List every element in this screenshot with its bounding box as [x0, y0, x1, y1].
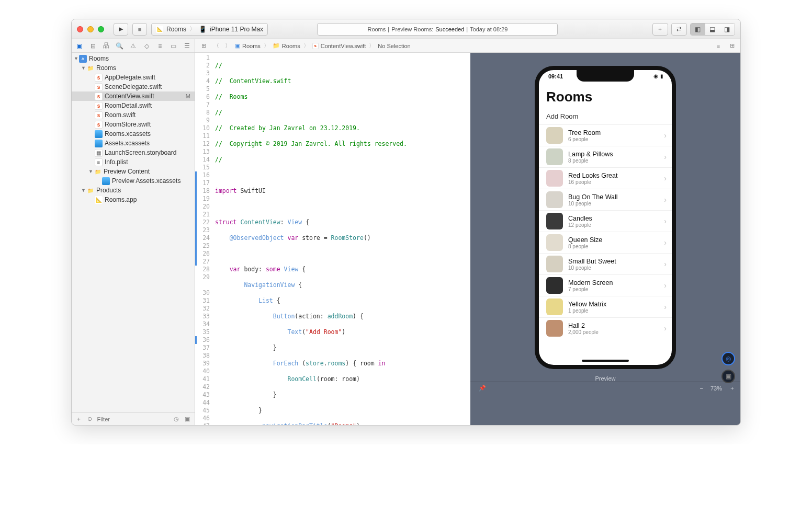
- symbol-navigator-tab[interactable]: 品: [100, 41, 112, 51]
- chevron-right-icon: ›: [664, 238, 667, 247]
- pin-preview-icon[interactable]: 📌: [479, 385, 486, 392]
- zoom-in[interactable]: ＋: [729, 384, 735, 392]
- change-bar: [195, 336, 197, 344]
- project-navigator-tab[interactable]: ▣: [74, 41, 85, 51]
- status-action: Preview Rooms:: [391, 26, 433, 32]
- issue-navigator-tab[interactable]: ⚠: [128, 41, 139, 51]
- editor-options-icon[interactable]: ≡: [713, 41, 724, 51]
- file-room[interactable]: sRoom.swift: [72, 110, 195, 120]
- toggle-navigator[interactable]: ◧: [691, 24, 705, 35]
- preview-controls: ◎ ▣: [721, 352, 735, 383]
- navigator-filter[interactable]: [97, 416, 170, 422]
- room-people: 10 people: [568, 265, 664, 271]
- project-navigator-tree[interactable]: ▼ARooms ▼📁Rooms sAppDelegate.swift sScen…: [72, 53, 195, 412]
- recent-filter-icon[interactable]: ◷: [173, 415, 181, 423]
- room-people: 1 people: [568, 308, 664, 314]
- room-row[interactable]: Bug On The Wall 10 people ›: [539, 189, 672, 210]
- status-project: Rooms: [367, 26, 386, 32]
- debug-navigator-tab[interactable]: ≡: [154, 41, 166, 51]
- room-info: Bug On The Wall 10 people: [568, 193, 664, 206]
- file-appdelegate[interactable]: sAppDelegate.swift: [72, 73, 195, 82]
- file-infoplist[interactable]: ≡Info.plist: [72, 157, 195, 167]
- preview-on-device-button[interactable]: ▣: [721, 370, 735, 383]
- group-products[interactable]: ▼📁Products: [72, 186, 195, 195]
- chevron-right-icon: ›: [664, 303, 667, 311]
- zoom-out[interactable]: −: [700, 385, 703, 392]
- room-list[interactable]: Tree Room 6 people › Lamp & Pillows 8 pe…: [539, 124, 672, 339]
- room-people: 10 people: [568, 201, 664, 206]
- room-thumbnail: [546, 170, 563, 187]
- filter-scope-icon[interactable]: ⊙: [86, 415, 94, 423]
- canvas-preview[interactable]: 09:41 ◉▮ Rooms Add Room Tree Room 6 peop…: [470, 53, 740, 425]
- room-name: Tree Room: [568, 129, 664, 136]
- chevron-right-icon: ›: [664, 324, 667, 332]
- find-navigator-tab[interactable]: 🔍: [114, 41, 126, 51]
- room-thumbnail: [546, 277, 563, 294]
- report-navigator-tab[interactable]: ☰: [181, 41, 193, 51]
- scm-filter-icon[interactable]: ▣: [184, 415, 191, 423]
- project-root[interactable]: ▼ARooms: [72, 54, 195, 63]
- room-name: Hall 2: [568, 322, 664, 329]
- file-roomdetail[interactable]: sRoomDetail.swift: [72, 101, 195, 110]
- minimize-window[interactable]: [87, 26, 94, 32]
- status-time: Today at 08:29: [470, 26, 508, 32]
- room-thumbnail: [546, 191, 563, 208]
- add-editor-icon[interactable]: ⊞: [727, 41, 737, 51]
- group-preview-content[interactable]: ▼📁Preview Content: [72, 167, 195, 176]
- file-roomstore[interactable]: sRoomStore.swift: [72, 120, 195, 129]
- code-editor[interactable]: 1234567891011121314151617181920212223242…: [195, 53, 470, 425]
- preview-footer: 📌 − 73% ＋: [470, 382, 740, 394]
- live-preview-button[interactable]: ◎: [721, 352, 735, 365]
- room-name: Candles: [568, 215, 664, 222]
- room-row[interactable]: Candles 12 people ›: [539, 210, 672, 232]
- stop-button[interactable]: ■: [132, 23, 147, 36]
- room-row[interactable]: Tree Room 6 people ›: [539, 124, 672, 146]
- file-scenedelegate[interactable]: sSceneDelegate.swift: [72, 82, 195, 91]
- crumb-symbol[interactable]: No Selection: [378, 43, 410, 49]
- room-row[interactable]: Queen Size 8 people ›: [539, 232, 672, 253]
- toggle-debug-area[interactable]: ⬓: [705, 24, 720, 35]
- add-room-button[interactable]: Add Room: [539, 109, 672, 124]
- device-screen[interactable]: 09:41 ◉▮ Rooms Add Room Tree Room 6 peop…: [539, 70, 672, 365]
- add-file-button[interactable]: ＋: [75, 415, 83, 423]
- room-info: Hall 2 2,000 people: [568, 322, 664, 335]
- breakpoint-navigator-tab[interactable]: ▭: [168, 41, 179, 51]
- room-row[interactable]: Modern Screen 7 people ›: [539, 274, 672, 296]
- code-content[interactable]: // // ContentView.swift // Rooms // // C…: [213, 53, 470, 425]
- activity-viewer[interactable]: Rooms | Preview Rooms: Succeeded | Today…: [317, 23, 558, 36]
- nav-forward[interactable]: 〉: [222, 41, 233, 51]
- maximize-window[interactable]: [98, 26, 104, 32]
- crumb-group[interactable]: 📁Rooms: [273, 42, 300, 49]
- navigator-selector: ▣ ⊟ 品 🔍 ⚠ ◇ ≡ ▭ ☰: [72, 39, 195, 53]
- chevron-right-icon: ›: [664, 281, 667, 290]
- crumb-project[interactable]: ▣Rooms: [235, 42, 261, 49]
- home-indicator: [582, 360, 629, 362]
- editor-area: ⊞ 〈 〉 ▣Rooms 〉 📁Rooms 〉 sContentView.swi…: [195, 39, 740, 425]
- room-row[interactable]: Hall 2 2,000 people ›: [539, 317, 672, 339]
- close-window[interactable]: [77, 26, 83, 32]
- file-rooms-xcassets[interactable]: Rooms.xcassets: [72, 129, 195, 139]
- file-contentview[interactable]: sContentView.swiftM: [72, 91, 195, 101]
- room-row[interactable]: Lamp & Pillows 8 people ›: [539, 146, 672, 167]
- scheme-selector[interactable]: 📐 Rooms 〉 📱 iPhone 11 Pro Max: [151, 23, 268, 36]
- crumb-file[interactable]: sContentView.swift: [312, 43, 366, 49]
- file-preview-assets[interactable]: Preview Assets.xcassets: [72, 176, 195, 186]
- file-launchscreen[interactable]: ▦LaunchScreen.storyboard: [72, 148, 195, 157]
- file-assets-xcassets[interactable]: Assets.xcassets: [72, 139, 195, 148]
- room-name: Yellow Matrix: [568, 301, 664, 308]
- file-rooms-app[interactable]: 📐Rooms.app: [72, 195, 195, 204]
- room-row[interactable]: Small But Sweet 10 people ›: [539, 253, 672, 274]
- source-control-tab[interactable]: ⊟: [87, 41, 99, 51]
- library-button[interactable]: ＋: [652, 23, 668, 36]
- toggle-inspectors[interactable]: ◨: [720, 24, 735, 35]
- related-items-icon[interactable]: ⊞: [198, 41, 209, 51]
- test-navigator-tab[interactable]: ◇: [141, 41, 152, 51]
- group-rooms[interactable]: ▼📁Rooms: [72, 63, 195, 73]
- run-button[interactable]: ▶: [114, 23, 128, 36]
- nav-back[interactable]: 〈: [211, 41, 221, 51]
- code-review-button[interactable]: ⇄: [671, 23, 687, 36]
- panel-toggles: ◧ ⬓ ◨: [690, 23, 735, 36]
- status-result: Succeeded: [435, 26, 464, 32]
- room-row[interactable]: Yellow Matrix 1 people ›: [539, 296, 672, 317]
- room-row[interactable]: Red Looks Great 16 people ›: [539, 167, 672, 189]
